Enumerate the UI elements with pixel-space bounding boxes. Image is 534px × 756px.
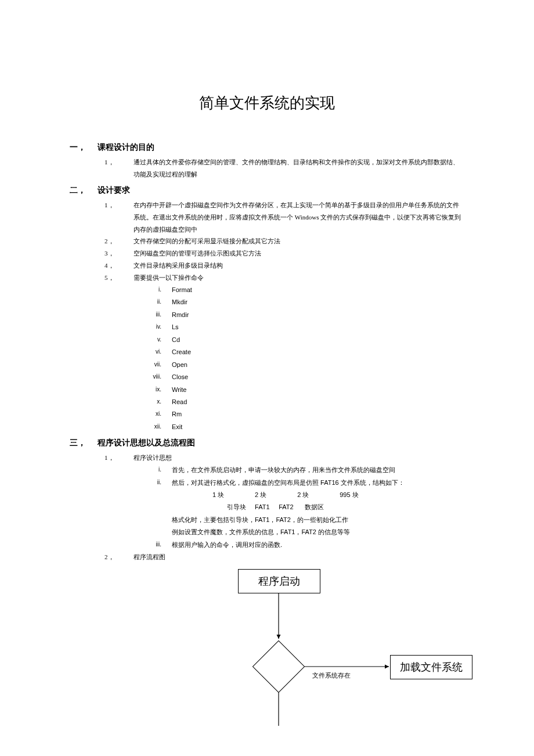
- cell: 995 块: [340, 489, 380, 501]
- section-num: 三，: [70, 438, 98, 448]
- sub-text: Ls: [172, 321, 464, 333]
- sub-num: i.: [134, 284, 172, 296]
- sub-text: 然后，对其进行格式化，虚拟磁盘的空间布局是仿照 FAT16 文件系统，结构如下：: [172, 477, 464, 489]
- list-item: 4， 文件目录结构采用多级目录结构: [104, 260, 464, 272]
- block-row-1: 1 块 2 块 2 块 995 块: [134, 489, 464, 501]
- section-num: 一，: [70, 142, 98, 153]
- cell: 数据区: [305, 501, 334, 513]
- sub-num: x.: [134, 396, 172, 408]
- sub-num: xi.: [134, 408, 172, 420]
- section-3-items: 1， 程序设计思想: [104, 452, 464, 464]
- item-num: 1，: [104, 199, 134, 236]
- section-3-sub: i.首先，在文件系统启动时，申请一块较大的内存，用来当作文件系统的磁盘空间 ii…: [134, 464, 464, 551]
- list-item: ii.然后，对其进行格式化，虚拟磁盘的空间布局是仿照 FAT16 文件系统，结构…: [134, 477, 464, 489]
- sub-text: Write: [172, 384, 464, 396]
- list-item: ii.Mkdir: [134, 296, 464, 308]
- cell: 2 块: [255, 489, 295, 501]
- document-page: 简单文件系统的实现 一，课程设计的目的 1， 通过具体的文件爱你存储空间的管理、…: [0, 0, 534, 749]
- cell: FAT1: [255, 501, 277, 513]
- sub-num: v.: [134, 334, 172, 346]
- item-text: 通过具体的文件爱你存储空间的管理、文件的物理结构、目录结构和文件操作的实现，加深…: [134, 156, 464, 181]
- list-item: i.首先，在文件系统启动时，申请一块较大的内存，用来当作文件系统的磁盘空间: [134, 464, 464, 476]
- section-2-items: 1， 在内存中开辟一个虚拟磁盘空间作为文件存储分区，在其上实现一个简单的基于多级…: [104, 199, 464, 284]
- item-text: 需要提供一以下操作命令: [134, 272, 464, 284]
- item-text: 空闲磁盘空间的管理可选择位示图或其它方法: [134, 247, 464, 260]
- section-1-items: 1， 通过具体的文件爱你存储空间的管理、文件的物理结构、目录结构和文件操作的实现…: [104, 156, 464, 181]
- sub-num: xii.: [134, 421, 172, 433]
- list-item: 2， 程序流程图: [104, 551, 464, 563]
- list-item: 2， 文件存储空间的分配可采用显示链接分配或其它方法: [104, 235, 464, 247]
- cell: 2 块: [297, 489, 338, 501]
- list-item: x.Read: [134, 396, 464, 408]
- item-num: 4，: [104, 260, 134, 272]
- sub-text: Exit: [172, 421, 464, 433]
- list-item: viii.Close: [134, 371, 464, 383]
- section-title: 程序设计思想以及总流程图: [98, 438, 195, 447]
- flow-start-label: 程序启动: [258, 574, 300, 588]
- sub-num: iii.: [134, 309, 172, 321]
- extra-line: 例如设置文件魔数，文件系统的信息，FAT1，FAT2 的信息等等: [172, 526, 464, 538]
- section-heading-1: 一，课程设计的目的: [70, 142, 464, 153]
- sub-text: Open: [172, 359, 464, 371]
- item-num: 3，: [104, 247, 134, 260]
- flow-load-box: 加载文件系统: [390, 655, 472, 679]
- sub-text: Rmdir: [172, 309, 464, 321]
- list-item: v.Cd: [134, 334, 464, 346]
- extra-line: 格式化时，主要包括引导块，FAT1，FAT2，的一些初始化工作: [172, 514, 464, 526]
- list-item: iii.Rmdir: [134, 309, 464, 321]
- flow-decision-label: 文件系统存在: [312, 671, 351, 680]
- section-title: 课程设计的目的: [98, 142, 154, 152]
- list-item: xi.Rm: [134, 408, 464, 420]
- flow-start-box: 程序启动: [238, 569, 320, 593]
- page-title: 简单文件系统的实现: [70, 93, 464, 113]
- list-item: 1， 程序设计思想: [104, 452, 464, 464]
- sub-num: i.: [134, 464, 172, 476]
- list-item: vii.Open: [134, 359, 464, 371]
- list-item: xii.Exit: [134, 421, 464, 433]
- section-heading-2: 二，设计要求: [70, 185, 464, 196]
- list-item: 格式化时，主要包括引导块，FAT1，FAT2，的一些初始化工作: [134, 514, 464, 526]
- flow-load-label: 加载文件系统: [400, 660, 463, 674]
- section-2-commands: i.Format ii.Mkdir iii.Rmdir iv.Ls v.Cd v…: [134, 284, 464, 433]
- item-text: 文件目录结构采用多级目录结构: [134, 260, 464, 272]
- layout-row-2: 引导块 FAT1 FAT2 数据区: [227, 501, 464, 513]
- item-num: 5，: [104, 272, 134, 284]
- item-text: 文件存储空间的分配可采用显示链接分配或其它方法: [134, 235, 464, 247]
- flowchart: 程序启动 文件系统存在 加载文件系统: [104, 563, 499, 726]
- sub-num: ii.: [134, 477, 172, 489]
- list-item: iii.根据用户输入的命令，调用对应的函数.: [134, 539, 464, 551]
- list-item: 5， 需要提供一以下操作命令: [104, 272, 464, 284]
- cell: 1 块: [212, 489, 253, 501]
- section-heading-3: 三，程序设计思想以及总流程图: [70, 438, 464, 448]
- sub-num: viii.: [134, 371, 172, 383]
- item-num: 1，: [104, 156, 134, 181]
- sub-text: Create: [172, 346, 464, 358]
- list-item: vi.Create: [134, 346, 464, 358]
- sub-num: vi.: [134, 346, 172, 358]
- section-3-item-2: 2， 程序流程图: [104, 551, 464, 563]
- cell: 引导块: [227, 501, 253, 513]
- item-num: 1，: [104, 452, 134, 464]
- item-text: 程序设计思想: [134, 452, 464, 464]
- sub-text: Rm: [172, 408, 464, 420]
- block-row-2: 引导块 FAT1 FAT2 数据区: [134, 501, 464, 513]
- sub-num: iii.: [134, 539, 172, 551]
- sub-num: ix.: [134, 384, 172, 396]
- layout-row-1: 1 块 2 块 2 块 995 块: [212, 489, 464, 501]
- sub-num: iv.: [134, 321, 172, 333]
- sub-text: Mkdir: [172, 296, 464, 308]
- item-text: 在内存中开辟一个虚拟磁盘空间作为文件存储分区，在其上实现一个简单的基于多级目录的…: [134, 199, 464, 236]
- section-num: 二，: [70, 185, 98, 196]
- section-title: 设计要求: [98, 185, 130, 195]
- list-item: 3， 空闲磁盘空间的管理可选择位示图或其它方法: [104, 247, 464, 260]
- list-item: 例如设置文件魔数，文件系统的信息，FAT1，FAT2 的信息等等: [134, 526, 464, 538]
- sub-text: Format: [172, 284, 464, 296]
- sub-text: 首先，在文件系统启动时，申请一块较大的内存，用来当作文件系统的磁盘空间: [172, 464, 464, 476]
- list-item: 1， 在内存中开辟一个虚拟磁盘空间作为文件存储分区，在其上实现一个简单的基于多级…: [104, 199, 464, 236]
- list-item: ix.Write: [134, 384, 464, 396]
- sub-num: vii.: [134, 359, 172, 371]
- list-item: i.Format: [134, 284, 464, 296]
- list-item: iv.Ls: [134, 321, 464, 333]
- sub-num: ii.: [134, 296, 172, 308]
- cell: FAT2: [279, 501, 303, 513]
